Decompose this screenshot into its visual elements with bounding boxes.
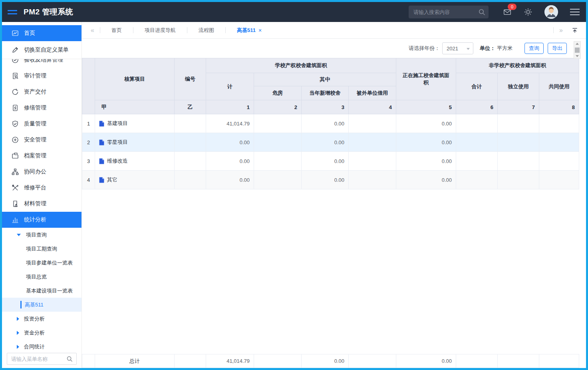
tab-close-icon[interactable]: ×	[258, 27, 262, 34]
sidebar-menu-item[interactable]: 统计分析	[2, 212, 81, 228]
tab-item[interactable]: 首页	[103, 22, 131, 38]
sidebar-menu-item[interactable]: 档案管理	[2, 148, 81, 164]
org-chart-icon	[12, 168, 19, 175]
tab-item[interactable]: 项目进度导航	[136, 22, 185, 38]
tabs-scroll-left-icon[interactable]: «	[87, 27, 97, 34]
code-cell: 5	[396, 100, 456, 114]
sidebar-menu-item[interactable]: 维修平台	[2, 180, 81, 196]
menu-item-label: 安全管理	[24, 136, 46, 143]
sidebar-submenu-item[interactable]: 项目总览	[2, 270, 81, 284]
topbar-menu-icon[interactable]	[570, 9, 580, 15]
value-cell	[349, 152, 396, 171]
menu-item-label: 审计管理	[24, 72, 46, 80]
scroll-down-icon[interactable]	[576, 55, 579, 57]
row-number-cell: 2	[82, 133, 95, 152]
item-cell: 基建项目	[95, 114, 175, 133]
report-table: 核算项目 编号 学校产权校舍建筑面积 正在施工校舍建筑面积 非学校产权校舍建筑面…	[82, 58, 579, 189]
col-header-code: 编号	[175, 58, 206, 100]
sidebar-group-collapsed[interactable]: 资金分析	[2, 326, 81, 340]
col-header-independent: 独立使用	[498, 73, 539, 100]
code-value-cell	[175, 354, 206, 368]
menu-item-label: 首页	[24, 30, 35, 37]
tab-item[interactable]: 流程图	[190, 22, 223, 38]
group-label: 合同统计	[24, 343, 45, 350]
total-value-cell	[349, 354, 396, 368]
tab-separator	[133, 27, 133, 33]
value-cell	[498, 171, 539, 189]
sidebar-menu-item[interactable]: 质量管理	[2, 116, 81, 132]
file-icon	[99, 139, 104, 145]
submenu-item-label: 项目总览	[26, 273, 47, 280]
messages-button[interactable]: 0	[503, 8, 512, 16]
sidebar-menu-item[interactable]: 修缮管理	[2, 100, 81, 116]
global-search-input[interactable]	[409, 6, 489, 18]
sidebar-menu-item[interactable]: 切换至自定义菜单	[2, 41, 81, 59]
value-cell	[254, 152, 302, 171]
item-link[interactable]: 其它	[99, 176, 170, 183]
code-cell: 4	[349, 100, 396, 114]
tab-item[interactable]: 高基511×	[228, 22, 270, 38]
tab-list: 首页项目进度导航流程图高基511×	[103, 22, 270, 38]
item-label: 其它	[107, 176, 117, 183]
sidebar-menu-item[interactable]: 安全管理	[2, 132, 81, 148]
app-title: PM2 管理系统	[24, 7, 73, 17]
value-cell	[456, 133, 498, 152]
menu-item-label: 统计分析	[24, 216, 46, 223]
menu-item-label: 维修平台	[24, 184, 46, 191]
archive-folder-icon	[12, 152, 19, 159]
total-value-cell	[254, 354, 302, 368]
tab-label: 首页	[111, 27, 122, 34]
table-row[interactable]: 1基建项目41,014.790.000.00	[82, 114, 579, 133]
table-row[interactable]: 4其它0.000.000.00	[82, 171, 579, 189]
col-header-new-built: 当年新增校舍	[302, 86, 349, 100]
sidebar-menu-item[interactable]: 首页	[2, 25, 81, 41]
export-button[interactable]: 导出	[548, 43, 567, 54]
sidebar-submenu-item[interactable]: 高基511	[2, 298, 81, 312]
year-label: 请选择年份：	[409, 45, 440, 52]
year-select-value: 2021	[447, 46, 458, 52]
value-cell: 0.00	[396, 152, 456, 171]
table-row[interactable]: 2零星项目0.000.000.00	[82, 133, 579, 152]
scrollbar-thumb[interactable]	[575, 48, 580, 53]
sidebar-menu-item[interactable]: 材料管理	[2, 196, 81, 212]
sidebar-group-collapsed[interactable]: 投资分析	[2, 312, 81, 326]
code-cell: 6	[456, 100, 498, 114]
code-value-cell	[175, 133, 206, 152]
value-cell	[539, 133, 579, 152]
sidebar-submenu-item[interactable]: 项目工期查询	[2, 242, 81, 256]
item-link[interactable]: 基建项目	[99, 120, 170, 127]
collapse-panel-icon[interactable]	[566, 27, 580, 34]
code-cell: 乙	[175, 100, 206, 114]
sidebar-search	[2, 350, 81, 368]
value-cell: 0.00	[396, 114, 456, 133]
col-header-danger: 危房	[254, 86, 302, 100]
user-avatar[interactable]	[544, 5, 558, 19]
code-cell: 甲	[95, 100, 175, 114]
code-value-cell	[175, 152, 206, 171]
item-link[interactable]: 零星项目	[99, 139, 170, 146]
sidebar-search-icon[interactable]	[66, 356, 73, 362]
scroll-up-icon[interactable]	[576, 43, 579, 45]
search-icon[interactable]	[478, 8, 485, 16]
sidebar-menu-item[interactable]: 审计管理	[2, 68, 81, 84]
value-cell: 41,014.79	[206, 114, 254, 133]
year-select[interactable]: 2021	[442, 42, 473, 54]
settings-button[interactable]	[524, 8, 532, 16]
code-cell: 7	[498, 100, 539, 114]
query-button[interactable]: 查询	[524, 43, 544, 54]
sidebar-toggle-icon[interactable]	[8, 10, 17, 14]
value-cell: 0.00	[302, 133, 349, 152]
total-value-cell	[456, 354, 498, 368]
quality-shield-icon	[12, 120, 19, 127]
value-cell: 0.00	[396, 171, 456, 189]
item-label: 基建项目	[107, 120, 128, 127]
item-link[interactable]: 维修改造	[99, 157, 170, 165]
sidebar-menu-item[interactable]: 资产交付	[2, 84, 81, 100]
sidebar-menu-item[interactable]: 协同办公	[2, 164, 81, 180]
submenu-item-label: 项目参建单位一览表	[26, 259, 73, 267]
sidebar-submenu-item[interactable]: 基本建设项目一览表	[2, 284, 81, 298]
tabs-scroll-right-icon[interactable]: »	[556, 27, 566, 34]
sidebar-group-expanded[interactable]: 项目查询	[2, 228, 81, 242]
sidebar-submenu-item[interactable]: 项目参建单位一览表	[2, 256, 81, 270]
table-row[interactable]: 3维修改造0.000.000.00	[82, 152, 579, 171]
